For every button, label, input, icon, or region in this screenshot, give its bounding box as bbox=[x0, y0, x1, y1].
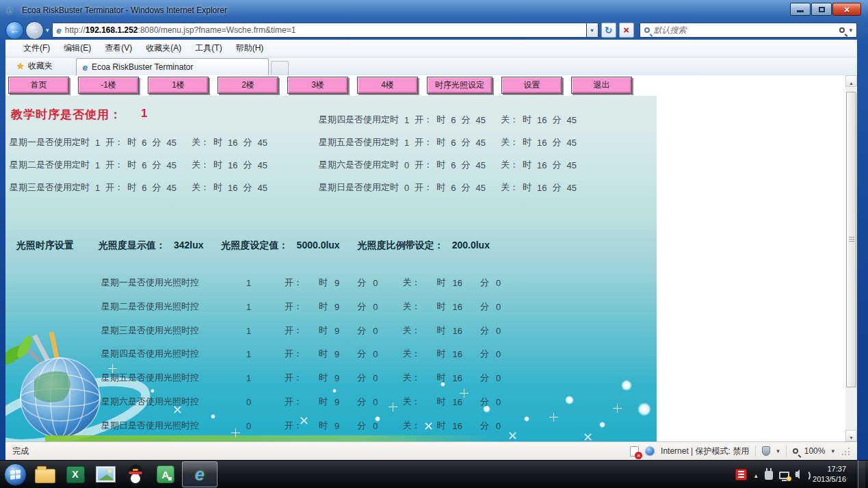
favorites-label: 收藏夹 bbox=[28, 60, 53, 72]
on-label: 开： bbox=[105, 136, 123, 149]
ime-icon[interactable] bbox=[735, 469, 747, 480]
minute-label: 分 bbox=[480, 348, 489, 360]
search-go-icon[interactable] bbox=[839, 27, 845, 33]
refresh-button[interactable] bbox=[601, 23, 616, 38]
nav-button-floor-4[interactable]: 4楼 bbox=[357, 77, 418, 94]
tray-expand-icon[interactable] bbox=[753, 468, 759, 480]
scrollbar-thumb[interactable] bbox=[846, 92, 856, 387]
scroll-down-button[interactable] bbox=[845, 430, 857, 441]
off-hour: 16 bbox=[452, 397, 462, 407]
menu-help[interactable]: 帮助(H) bbox=[229, 40, 271, 57]
on-hour: 6 bbox=[449, 115, 457, 125]
menu-tools[interactable]: 工具(T) bbox=[188, 40, 228, 57]
menu-favorites[interactable]: 收藏夹(A) bbox=[139, 40, 188, 57]
nav-button-floor-2[interactable]: 2楼 bbox=[218, 77, 278, 94]
vertical-scrollbar[interactable] bbox=[845, 75, 857, 441]
nav-button-home[interactable]: 首页 bbox=[8, 77, 69, 94]
day-label: 星期四是否使用光照时控 bbox=[101, 348, 246, 360]
enabled-value: 1 bbox=[403, 138, 410, 148]
recent-pages-dropdown[interactable] bbox=[46, 27, 49, 34]
sparkle-dot bbox=[637, 402, 651, 416]
nav-button-floor-3[interactable]: 3楼 bbox=[287, 77, 348, 94]
address-bar[interactable]: http://192.168.1.252:8080/menu.jsp?fname… bbox=[52, 23, 587, 38]
minute-label: 分 bbox=[461, 181, 470, 194]
taskbar-item-explorer[interactable] bbox=[30, 461, 60, 488]
ie-favicon bbox=[7, 5, 12, 15]
on-label: 开： bbox=[285, 372, 302, 384]
timer-row-saturday: 星期六是否使用定时0 开：时6分45 关：时16分45 bbox=[319, 159, 578, 171]
power-plug-icon[interactable] bbox=[765, 471, 773, 480]
hour-label: 时 bbox=[436, 324, 445, 337]
minute-label: 分 bbox=[243, 136, 252, 149]
taskbar-clock[interactable]: 17:37 2013/5/16 bbox=[813, 464, 846, 485]
zoom-icon[interactable] bbox=[793, 448, 798, 454]
protected-mode-icon[interactable] bbox=[762, 446, 770, 456]
minute-label: 分 bbox=[480, 372, 489, 384]
hour-label: 时 bbox=[213, 159, 222, 171]
taskbar: 17:37 2013/5/16 bbox=[0, 460, 868, 488]
on-minute: 45 bbox=[165, 138, 177, 148]
menu-view[interactable]: 查看(V) bbox=[98, 40, 139, 57]
on-hour: 9 bbox=[334, 302, 339, 312]
chevron-down-icon[interactable] bbox=[776, 448, 780, 454]
on-minute: 0 bbox=[373, 302, 378, 312]
start-button[interactable] bbox=[0, 461, 30, 488]
off-hour: 16 bbox=[452, 373, 462, 383]
nav-button-floor-b1[interactable]: -1楼 bbox=[78, 77, 139, 94]
nav-button-settings[interactable]: 设置 bbox=[501, 77, 562, 94]
taskbar-item-qq[interactable] bbox=[120, 461, 150, 488]
off-label: 关： bbox=[501, 181, 518, 194]
off-minute: 45 bbox=[565, 138, 577, 148]
on-hour: 6 bbox=[140, 160, 148, 170]
title-bar[interactable]: Ecoa RiskBuster Terminator - Windows Int… bbox=[0, 0, 868, 21]
lux-display-value: 342lux bbox=[174, 240, 204, 251]
stop-button[interactable] bbox=[619, 23, 634, 38]
sparkle-dot bbox=[621, 380, 632, 391]
minute-label: 分 bbox=[152, 159, 161, 171]
show-desktop-button[interactable] bbox=[858, 461, 865, 488]
taskbar-item-photos[interactable] bbox=[90, 461, 120, 488]
minimize-button[interactable] bbox=[790, 3, 811, 16]
back-button[interactable] bbox=[5, 21, 24, 40]
off-hour: 16 bbox=[536, 138, 548, 148]
taskbar-item-excel[interactable] bbox=[60, 461, 90, 488]
day-label: 星期六是否使用定时 bbox=[319, 159, 399, 171]
menu-edit[interactable]: 编辑(E) bbox=[57, 40, 98, 57]
photo-viewer-icon bbox=[96, 467, 115, 482]
hour-label: 时 bbox=[127, 181, 136, 194]
nav-button-floor-1[interactable]: 1楼 bbox=[148, 77, 209, 94]
refresh-icon bbox=[605, 24, 613, 36]
volume-icon[interactable] bbox=[795, 472, 800, 477]
close-button[interactable] bbox=[832, 3, 861, 16]
taskbar-item-a-app[interactable] bbox=[150, 461, 181, 488]
search-options-dropdown[interactable] bbox=[849, 27, 852, 34]
maximize-button[interactable] bbox=[811, 3, 832, 16]
scroll-up-button[interactable] bbox=[845, 75, 857, 87]
nav-button-schedule-light[interactable]: 时序光照设定 bbox=[427, 77, 492, 94]
address-dropdown-button[interactable] bbox=[587, 23, 599, 38]
taskbar-item-internet-explorer[interactable] bbox=[182, 461, 218, 487]
minute-label: 分 bbox=[243, 181, 252, 194]
page-error-icon[interactable] bbox=[630, 446, 639, 457]
on-minute: 45 bbox=[165, 183, 177, 193]
on-minute: 45 bbox=[474, 115, 486, 125]
menu-file[interactable]: 文件(F) bbox=[16, 40, 57, 57]
hour-label: 时 bbox=[319, 348, 328, 360]
light-section-title: 光照时序设置 bbox=[16, 240, 74, 252]
forward-button[interactable] bbox=[25, 21, 44, 40]
minute-label: 分 bbox=[552, 136, 561, 149]
resize-grip[interactable] bbox=[842, 447, 850, 455]
enabled-value: 1 bbox=[246, 302, 264, 312]
hour-label: 时 bbox=[523, 114, 531, 126]
network-warning-icon[interactable] bbox=[779, 472, 789, 479]
zoom-dropdown[interactable] bbox=[831, 448, 834, 454]
off-label: 关： bbox=[501, 159, 518, 171]
light-row-thursday: 星期四是否使用光照时控1 开：时9分0 关：时16分0 bbox=[101, 348, 501, 360]
hour-label: 时 bbox=[436, 159, 445, 171]
search-box[interactable]: 默认搜索 bbox=[640, 23, 857, 38]
new-tab-button[interactable] bbox=[271, 61, 289, 75]
favorites-button[interactable]: 收藏夹 bbox=[10, 57, 60, 75]
timer-header-value: 1 bbox=[141, 107, 148, 123]
active-tab[interactable]: Ecoa RiskBuster Terminator bbox=[76, 58, 269, 75]
nav-button-exit[interactable]: 退出 bbox=[571, 77, 632, 94]
